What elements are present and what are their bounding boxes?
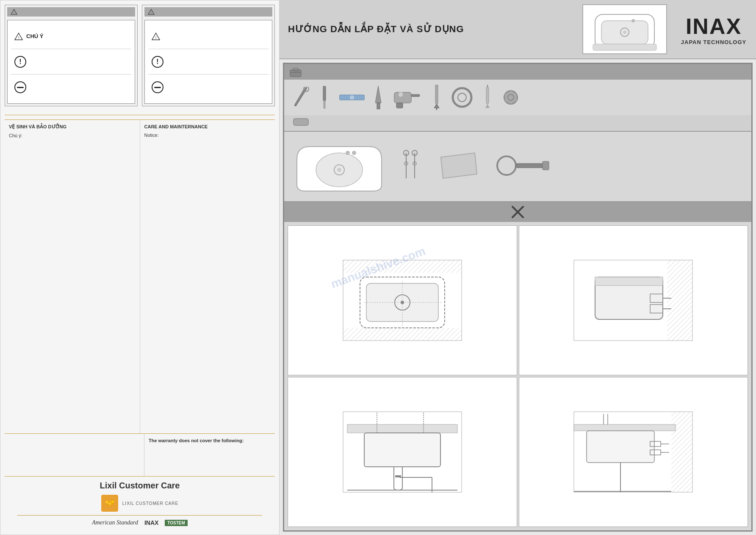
care-section: VỆ SINH VÀ BẢO DƯỠNG Chú ý: CARE AND MAI… [5,119,275,433]
brand-american: American Standard [92,519,138,526]
svg-text:!: ! [14,11,14,15]
svg-rect-35 [487,85,488,87]
svg-rect-19 [324,101,325,108]
svg-point-28 [398,92,403,97]
header-brand-block: INAX JAPAN TECHNOLOGY [671,0,756,58]
svg-point-65 [401,301,404,304]
warranty-left [5,434,144,476]
svg-marker-23 [375,86,381,103]
japan-tech: JAPAN TECHNOLOGY [681,39,746,45]
install-section: manualshive.com [284,202,751,530]
diagram-plumbing-front [288,377,517,527]
svg-point-33 [458,93,466,102]
svg-rect-88 [587,431,654,463]
header-title: HƯỚNG DẪN LẮP ĐẶT VÀ SỬ DỤNG [288,24,570,35]
svg-point-22 [352,97,353,98]
noentry-section-2 [148,75,269,100]
syringe-svg [483,85,492,110]
exclaim-icon-1: ! [14,56,26,68]
tools-banner [284,64,751,80]
tool-drill [392,86,422,109]
warning-box-2: ! ! ! [142,5,275,106]
part-sink [293,138,386,195]
warning-box-1: ! ! CHÚ Ý ! [5,5,138,106]
right-panel: HƯỚNG DẪN LẮP ĐẶT VÀ SỬ DỤNG INAX JAPAN … [280,0,756,535]
svg-marker-36 [485,104,490,108]
triangle-section-2: ! [148,24,269,49]
eraser-svg [293,117,310,128]
exclaim-section-1: ! [11,49,131,75]
warning-banner-2: ! [144,7,272,17]
diagram3-svg [339,407,466,496]
care-col-vn: VỆ SINH VÀ BẢO DƯỠNG Chú ý: [5,120,140,433]
svg-rect-77 [364,433,440,467]
exclaim-section-2: ! [148,49,269,75]
noentry-section-1 [11,75,131,100]
svg-rect-39 [294,119,308,125]
drain-svg [496,153,551,178]
tools-row-2 [284,115,751,131]
svg-rect-18 [323,86,326,101]
triangle-icon-2: ! [152,33,160,40]
svg-rect-70 [595,277,663,286]
right-header: HƯỚNG DẪN LẮP ĐẶT VÀ SỬ DỤNG INAX JAPAN … [280,0,756,59]
svg-text:!: ! [18,36,19,40]
svg-rect-68 [667,260,692,341]
svg-point-11 [623,30,626,34]
warranty-right: The warranty does not cover the followin… [144,434,275,476]
footer-divider [17,515,262,516]
lixil-label: LIXIL CUSTOMER CARE [122,501,178,506]
svg-point-32 [453,88,471,107]
tool-cutter [375,86,382,109]
tool-screwdriver [320,86,329,109]
diagram1-svg [339,256,466,345]
footer-section: Lixil Customer Care 🤝 LIXIL CUSTOMER CAR… [5,476,275,530]
exclaim-icon-2: ! [152,56,163,68]
footer-title: Lixil Customer Care [9,481,271,491]
level-svg [339,93,365,102]
caulk-svg [432,85,441,110]
warranty-text: The warranty does not cover the followin… [149,438,271,443]
diagram-side-view [519,225,748,375]
svg-point-37 [504,91,518,104]
warning-inner-box-1: ! CHÚ Ý ! [7,20,135,104]
tools-section [284,64,751,132]
tool-level [339,93,365,102]
screwdriver-svg [320,86,329,109]
warning-banner-1: ! [7,7,135,17]
diagram-top-view [288,225,517,375]
note-en: Notice: [144,133,271,138]
note-vn: Chú ý: [9,133,136,138]
warranty-section: The warranty does not cover the followin… [5,433,275,476]
drain-ring-svg [451,87,473,108]
svg-rect-58 [343,260,462,273]
gasket-svg [437,151,479,180]
diagram2-svg [570,256,697,345]
svg-point-12 [631,19,635,22]
svg-rect-27 [396,103,403,108]
screws-svg [403,149,420,183]
warning-section-chu-y: ! CHÚ Ý [11,24,131,49]
diagram-plumbing-detail [519,377,748,527]
tool-drain-ring [451,87,473,108]
header-title-block: HƯỚNG DẪN LẮP ĐẶT VÀ SỬ DỤNG [280,0,578,58]
noentry-icon-2 [152,81,163,93]
care-title-vn: VỆ SINH VÀ BẢO DƯỠNG [9,124,136,130]
svg-point-42 [337,168,341,172]
svg-marker-30 [434,104,439,108]
care-col-en: CARE AND MAINTERNANCE Notice: [140,120,275,433]
left-panel: ! ! CHÚ Ý ! [0,0,280,535]
parts-row [293,138,743,195]
drill-svg [392,86,422,109]
inax-logo: INAX [686,14,742,39]
svg-rect-29 [435,85,438,104]
triangle-warning-icon-2: ! [148,8,155,15]
svg-point-43 [346,151,350,155]
care-title-en: CARE AND MAINTERNANCE [144,124,271,129]
tool-nut [502,89,519,106]
install-banner [284,202,751,222]
chu-y-label: CHÚ Ý [26,33,43,39]
footer-logo-row: 🤝 LIXIL CUSTOMER CARE [9,495,271,512]
tool-syringe [483,85,492,110]
warning-boxes-row: ! ! CHÚ Ý ! [5,5,275,106]
